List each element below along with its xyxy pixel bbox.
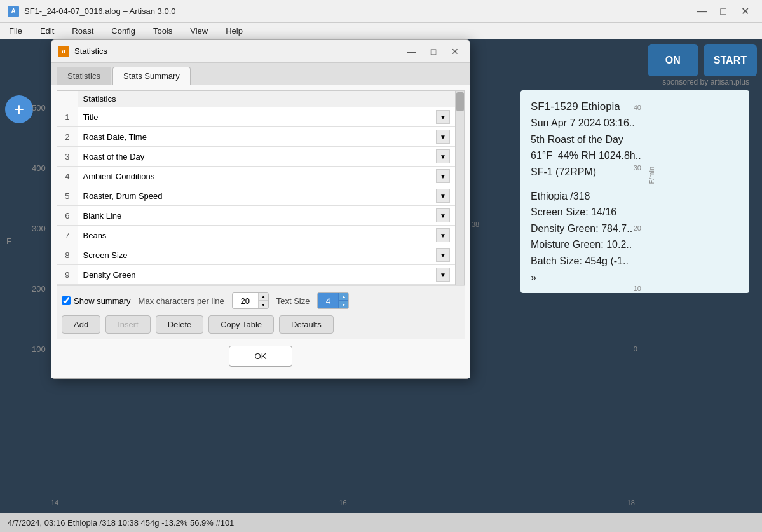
dropdown-arrow-3[interactable]: ▼	[436, 169, 450, 183]
row-num-1: 2	[57, 127, 78, 147]
text-size-down[interactable]: ▼	[338, 301, 348, 308]
row-num-2: 3	[57, 147, 78, 167]
data-table: Statistics 1 Title ▼ 2 Roast Date, Time	[57, 91, 455, 285]
table-row: 2 Roast Date, Time ▼	[57, 127, 455, 147]
dropdown-arrow-8[interactable]: ▼	[436, 268, 450, 282]
dropdown-arrow-7[interactable]: ▼	[436, 248, 450, 262]
delete-button[interactable]: Delete	[156, 315, 204, 334]
bottom-controls: Show summary Max characters per line ▲ ▼…	[57, 285, 465, 339]
dropdown-arrow-4[interactable]: ▼	[436, 189, 450, 203]
max-chars-down[interactable]: ▼	[258, 301, 268, 308]
text-size-input[interactable]	[318, 296, 338, 306]
status-text: 4/7/2024, 03:16 Ethiopia /318 10:38 454g…	[8, 518, 234, 528]
cell-value-3: Ambient Conditions	[83, 172, 155, 181]
ok-row: OK	[57, 339, 465, 373]
row-num-4: 5	[57, 186, 78, 206]
ok-button[interactable]: OK	[229, 346, 293, 367]
max-chars-spinbox[interactable]: ▲ ▼	[232, 292, 269, 309]
tab-bar: Statistics Stats Summary	[51, 63, 470, 85]
table-row: 6 Blank Line ▼	[57, 206, 455, 226]
row-cell-7: Screen Size ▼	[78, 245, 455, 265]
table-scroll-area[interactable]: Statistics 1 Title ▼ 2 Roast Date, Time	[57, 91, 464, 285]
cell-dropdown-2: Roast of the Day ▼	[83, 149, 451, 163]
cell-value-5: Blank Line	[83, 211, 122, 221]
dialog-overlay: a Statistics — □ ✕ Statistics Stats Summ…	[0, 0, 762, 532]
dialog-icon: a	[58, 46, 69, 57]
row-cell-1: Roast Date, Time ▼	[78, 127, 455, 147]
dialog-close-button[interactable]: ✕	[447, 44, 463, 58]
show-summary-label: Show summary	[74, 296, 131, 306]
dialog-minimize-button[interactable]: —	[404, 44, 420, 58]
cell-value-7: Screen Size	[83, 250, 128, 260]
cell-value-1: Roast Date, Time	[83, 132, 147, 142]
controls-row1: Show summary Max characters per line ▲ ▼…	[62, 292, 459, 309]
dropdown-arrow-6[interactable]: ▼	[436, 228, 450, 242]
dialog-body: Statistics 1 Title ▼ 2 Roast Date, Time	[51, 85, 470, 378]
app-window: A SF1-_24-04-07_0316.alog – Artisan 3.0.…	[0, 0, 762, 532]
table-row: 8 Screen Size ▼	[57, 245, 455, 265]
text-size-arrows: ▲ ▼	[338, 293, 348, 308]
max-chars-arrows: ▲ ▼	[258, 293, 268, 308]
show-summary-checkbox[interactable]	[62, 296, 71, 305]
row-num-8: 9	[57, 265, 78, 285]
table-row: 7 Beans ▼	[57, 226, 455, 245]
text-size-label: Text Size	[276, 296, 310, 306]
copy-table-button[interactable]: Copy Table	[208, 315, 274, 334]
dropdown-arrow-5[interactable]: ▼	[436, 208, 450, 222]
insert-button[interactable]: Insert	[105, 315, 151, 334]
cell-value-4: Roaster, Drum Speed	[83, 191, 163, 201]
max-chars-input[interactable]	[233, 296, 258, 306]
show-summary-checkbox-label[interactable]: Show summary	[62, 296, 131, 306]
row-cell-2: Roast of the Day ▼	[78, 147, 455, 167]
row-num-3: 4	[57, 167, 78, 186]
table-row: 4 Ambient Conditions ▼	[57, 167, 455, 186]
cell-dropdown-7: Screen Size ▼	[83, 248, 451, 262]
table-row: 9 Density Green ▼	[57, 265, 455, 285]
row-cell-0: Title ▼	[78, 107, 455, 127]
text-size-spinbox[interactable]: ▲ ▼	[317, 292, 349, 309]
row-cell-3: Ambient Conditions ▼	[78, 167, 455, 186]
col-statistics-header: Statistics	[78, 91, 455, 107]
table-row: 3 Roast of the Day ▼	[57, 147, 455, 167]
cell-dropdown-1: Roast Date, Time ▼	[83, 130, 451, 144]
row-cell-6: Beans ▼	[78, 226, 455, 245]
cell-value-0: Title	[83, 113, 99, 122]
cell-value-2: Roast of the Day	[83, 152, 145, 161]
dropdown-arrow-2[interactable]: ▼	[436, 149, 450, 163]
row-cell-4: Roaster, Drum Speed ▼	[78, 186, 455, 206]
row-num-6: 7	[57, 226, 78, 245]
max-chars-up[interactable]: ▲	[258, 293, 268, 301]
cell-value-8: Density Green	[83, 270, 136, 280]
statistics-dialog: a Statistics — □ ✕ Statistics Stats Summ…	[51, 39, 470, 379]
tab-statistics[interactable]: Statistics	[57, 67, 111, 85]
cell-dropdown-3: Ambient Conditions ▼	[83, 169, 451, 183]
dropdown-arrow-0[interactable]: ▼	[436, 110, 450, 124]
row-num-5: 6	[57, 206, 78, 226]
defaults-button[interactable]: Defaults	[279, 315, 334, 334]
controls-row2: Add Insert Delete Copy Table Defaults	[62, 315, 459, 334]
max-chars-label: Max characters per line	[139, 296, 224, 306]
col-num-header	[57, 91, 78, 107]
row-num-7: 8	[57, 245, 78, 265]
dialog-title: Statistics	[74, 46, 398, 56]
dialog-title-bar: a Statistics — □ ✕	[51, 40, 470, 63]
dropdown-arrow-1[interactable]: ▼	[436, 130, 450, 144]
cell-dropdown-5: Blank Line ▼	[83, 208, 451, 222]
row-cell-5: Blank Line ▼	[78, 206, 455, 226]
stats-table: Statistics 1 Title ▼ 2 Roast Date, Time	[57, 90, 465, 285]
row-num-0: 1	[57, 107, 78, 127]
cell-value-6: Beans	[83, 231, 107, 240]
row-cell-8: Density Green ▼	[78, 265, 455, 285]
tab-stats-summary[interactable]: Stats Summary	[112, 67, 191, 85]
dialog-maximize-button[interactable]: □	[425, 44, 442, 58]
table-row: 5 Roaster, Drum Speed ▼	[57, 186, 455, 206]
cell-dropdown-4: Roaster, Drum Speed ▼	[83, 189, 451, 203]
cell-dropdown-8: Density Green ▼	[83, 268, 451, 282]
table-row: 1 Title ▼	[57, 107, 455, 127]
cell-dropdown-6: Beans ▼	[83, 228, 451, 242]
text-size-up[interactable]: ▲	[338, 293, 348, 301]
vertical-scrollbar[interactable]	[455, 91, 464, 285]
status-bar: 4/7/2024, 03:16 Ethiopia /318 10:38 454g…	[0, 513, 762, 532]
add-button[interactable]: Add	[62, 315, 100, 334]
cell-dropdown-0: Title ▼	[83, 110, 451, 124]
